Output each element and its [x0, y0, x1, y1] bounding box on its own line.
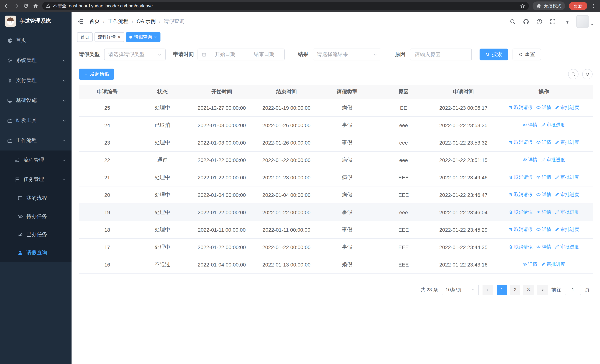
detail-link[interactable]: 详情 [523, 157, 537, 163]
next-page-button[interactable] [537, 284, 548, 295]
prev-page-button[interactable] [483, 284, 493, 295]
progress-link[interactable]: 审批进度 [555, 139, 579, 146]
page-button-1[interactable]: 1 [497, 284, 507, 295]
sidebar-item-infrastructure[interactable]: 基础设施 [0, 90, 72, 111]
search-icon[interactable] [510, 18, 516, 25]
page-size-select[interactable]: 10条/页 [442, 284, 479, 295]
cell-actions: 取消请假详情审批进度 [495, 221, 593, 238]
sidebar-collapse-icon[interactable] [77, 18, 84, 25]
close-tab-button[interactable]: × [117, 35, 121, 39]
cancel-leave-link[interactable]: 取消请假 [509, 174, 533, 180]
sidebar-item-leave-query[interactable]: 请假查询 [0, 243, 72, 262]
sidebar-item-process-management[interactable]: 流程管理 [0, 150, 72, 170]
detail-link[interactable]: 详情 [536, 104, 551, 111]
column-end-time: 结束时间 [254, 85, 319, 99]
cancel-leave-link[interactable]: 取消请假 [509, 244, 533, 250]
cancel-leave-link[interactable]: 取消请假 [509, 226, 533, 233]
column-reason: 原因 [375, 85, 432, 99]
leave-type-select[interactable]: 请选择请假类型 [104, 48, 166, 60]
sidebar-item-my-processes[interactable]: 我的流程 [0, 189, 72, 207]
progress-link[interactable]: 审批进度 [555, 209, 579, 215]
search-button[interactable]: 搜索 [479, 48, 508, 60]
github-icon[interactable] [523, 18, 529, 25]
sidebar-item-system[interactable]: 系统管理 [0, 50, 72, 70]
toggle-search-button[interactable] [568, 69, 579, 79]
tab-home[interactable]: 首页 [77, 32, 93, 42]
progress-link[interactable]: 审批进度 [541, 122, 565, 128]
goto-page-input[interactable] [565, 284, 581, 295]
detail-link[interactable]: 详情 [536, 139, 551, 146]
reset-button[interactable]: 重置 [513, 48, 541, 60]
user-menu[interactable] [576, 15, 594, 28]
cell-start-time: 2022-01-22 00:00:00 [189, 204, 254, 221]
app-title: 芋道管理系统 [20, 18, 51, 24]
cell-request-id: 21 [79, 169, 135, 186]
browser-window: 不安全 dashboard.yudao.iocoder.cn/bpm/oa/le… [0, 0, 600, 364]
security-label[interactable]: 不安全 [53, 3, 66, 9]
detail-link[interactable]: 详情 [536, 244, 551, 250]
browser-update-button[interactable]: 更新 [569, 2, 587, 10]
cell-leave-type: 事假 [319, 116, 375, 134]
cancel-leave-link[interactable]: 取消请假 [509, 104, 533, 111]
sidebar-item-devtools[interactable]: 研发工具 [0, 111, 72, 131]
progress-link[interactable]: 审批进度 [555, 244, 579, 250]
home-button[interactable] [33, 3, 38, 9]
address-bar[interactable]: 不安全 dashboard.yudao.iocoder.cn/bpm/oa/le… [42, 2, 529, 10]
sidebar-item-workflow[interactable]: 工作流程 [0, 131, 72, 150]
help-icon[interactable] [536, 18, 543, 25]
cell-leave-type: 事假 [319, 238, 375, 256]
font-size-icon[interactable] [563, 18, 569, 25]
detail-link[interactable]: 详情 [536, 226, 551, 233]
progress-link[interactable]: 审批进度 [541, 261, 565, 268]
cancel-leave-link[interactable]: 取消请假 [509, 209, 533, 215]
sidebar-item-payment[interactable]: 支付管理 [0, 70, 72, 90]
create-leave-button[interactable]: 发起请假 [79, 69, 114, 80]
progress-link[interactable]: 审批进度 [555, 174, 579, 180]
cancel-leave-link[interactable]: 取消请假 [509, 139, 533, 146]
progress-link[interactable]: 审批进度 [555, 192, 579, 198]
action-label: 审批进度 [547, 261, 565, 268]
progress-link[interactable]: 审批进度 [555, 104, 579, 111]
pen-icon [555, 105, 559, 110]
forward-button[interactable] [13, 3, 19, 9]
breadcrumb-item-workflow[interactable]: 工作流程 [108, 18, 129, 25]
sidebar-item-pending-tasks[interactable]: 待办任务 [0, 207, 72, 225]
tab-process-detail[interactable]: 流程详情 × [94, 32, 124, 42]
avatar[interactable] [576, 15, 589, 28]
sidebar-item-done-tasks[interactable]: 已办任务 [0, 225, 72, 243]
security-warning-icon[interactable] [46, 4, 50, 8]
breadcrumb-item-oa[interactable]: OA 示例 [137, 18, 156, 25]
eye-icon [536, 140, 541, 145]
breadcrumb-item-home[interactable]: 首页 [89, 18, 100, 25]
sidebar-item-home[interactable]: 首页 [0, 30, 72, 50]
search-icon [486, 52, 490, 57]
briefcase-icon [7, 118, 13, 123]
detail-link[interactable]: 详情 [523, 122, 537, 128]
cell-reason: EEE [375, 186, 432, 204]
page-button-3[interactable]: 3 [523, 284, 534, 295]
reason-input[interactable] [410, 48, 472, 60]
back-button[interactable] [4, 3, 10, 9]
tab-leave-query[interactable]: 请假查询 × [126, 32, 160, 42]
detail-link[interactable]: 详情 [536, 209, 551, 215]
apply-time-range-picker[interactable]: 开始日期 - 结束日期 [197, 48, 285, 60]
page-button-2[interactable]: 2 [510, 284, 520, 295]
cancel-leave-link[interactable]: 取消请假 [509, 192, 533, 198]
fullscreen-icon[interactable] [550, 18, 556, 25]
sidebar-item-task-management[interactable]: 任务管理 [0, 170, 72, 189]
action-label: 取消请假 [514, 226, 533, 233]
detail-link[interactable]: 详情 [536, 174, 551, 180]
progress-link[interactable]: 审批进度 [555, 226, 579, 233]
reload-button[interactable] [23, 3, 29, 9]
result-select[interactable]: 请选择流结果 [313, 48, 381, 60]
cell-apply-time: 2022-01-22 23:51:15 [432, 151, 495, 169]
detail-link[interactable]: 详情 [536, 192, 551, 198]
close-tab-button[interactable]: × [154, 35, 157, 39]
url-text[interactable]: dashboard.yudao.iocoder.cn/bpm/oa/leave [69, 3, 153, 9]
browser-menu-icon[interactable] [591, 3, 596, 9]
bookmark-star-icon[interactable] [520, 3, 525, 9]
refresh-table-button[interactable] [582, 69, 593, 79]
progress-link[interactable]: 审批进度 [541, 157, 565, 163]
detail-link[interactable]: 详情 [523, 261, 537, 268]
cell-apply-time: 2022-01-22 23:45:29 [432, 221, 495, 238]
